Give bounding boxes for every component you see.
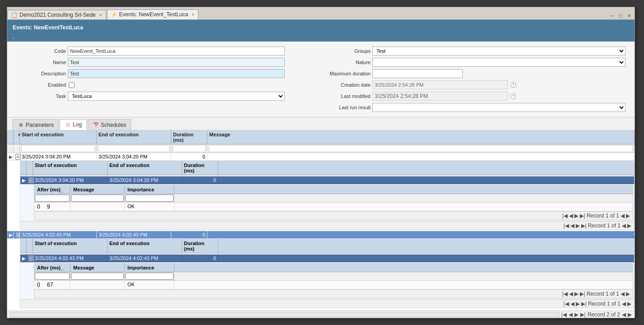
minimize-button[interactable]: − xyxy=(609,12,616,19)
msg-filter-msg-1[interactable] xyxy=(71,195,124,202)
description-input[interactable] xyxy=(68,69,285,78)
groups-select[interactable]: Test xyxy=(372,46,625,56)
creation-date-value: 3/25/2024 2:54:28 PM xyxy=(372,80,508,89)
mh1-imp: Importance xyxy=(125,186,174,194)
msg-filter-after-2[interactable] xyxy=(35,273,70,280)
nh2-dur: Duration (ms) xyxy=(182,239,218,253)
collapse-btn-2[interactable]: − xyxy=(14,231,20,238)
nested-data-row-1[interactable]: ▶ − 3/25/2024 3:04:20 PM 3/25/2024 3:04:… xyxy=(20,176,634,184)
pg-nav2[interactable]: ▶ xyxy=(626,213,630,219)
msg-filter-msg-2[interactable] xyxy=(71,273,124,280)
table-row[interactable]: ▶ − 3/25/2024 4:02:43 PM 3/25/2024 4:02:… xyxy=(7,231,635,239)
pg-next-2[interactable]: ▶ xyxy=(574,291,578,297)
collapse-btn-1[interactable]: − xyxy=(14,153,20,160)
nature-row: Nature xyxy=(321,57,625,67)
last-modified-clock-icon[interactable]: 🕐 xyxy=(510,93,517,99)
npg-last-2[interactable]: ▶| xyxy=(581,301,587,307)
tab-schedules[interactable]: 📅 Schedules xyxy=(88,119,131,130)
pg-last-2[interactable]: ▶| xyxy=(580,291,585,297)
name-input[interactable] xyxy=(68,58,285,67)
task-select[interactable]: TestLuca xyxy=(68,92,285,101)
ndr2-collapse[interactable]: − xyxy=(27,255,33,262)
tab-events-new[interactable]: ⚡ Events: NewEvent_TestLuca × xyxy=(107,9,199,19)
maximize-button[interactable]: □ xyxy=(617,12,624,19)
creation-date-clock-icon[interactable]: 🕐 xyxy=(510,82,517,88)
tab-label-2: Events: NewEvent_TestLuca xyxy=(119,11,188,18)
code-label: Code xyxy=(16,48,66,54)
page-title: Events: NewEventTestLuca xyxy=(7,20,635,34)
npg-next-2[interactable]: ▶ xyxy=(576,301,580,307)
expand-btn-2[interactable]: ▶ xyxy=(7,231,14,238)
nested-data-row-2[interactable]: ▶ − 3/25/2024 4:02:43 PM 3/25/2024 4:02:… xyxy=(20,255,634,262)
outer-pagination-bar: |◀ ◀ ▶ ▶| Record 2 of 2 ◀ ▶ xyxy=(7,311,635,318)
nh1-end: End of execution xyxy=(108,161,182,175)
pg-nav3[interactable]: ◀ xyxy=(620,291,625,297)
pg-next-1[interactable]: ▶ xyxy=(574,213,578,219)
pg-prev-1[interactable]: ◀ xyxy=(569,213,573,219)
filter-start-input[interactable] xyxy=(21,145,95,152)
nested-pagination-1: |◀ ◀ ▶ ▶| Record 1 of 1 ◀ ▶ xyxy=(20,221,634,230)
header-message[interactable]: Message xyxy=(207,130,635,144)
tab-events-demo[interactable]: 📋 Demo2021 Consulting Srl-Sede × xyxy=(7,10,106,19)
npg-prev-2[interactable]: ◀ xyxy=(570,301,574,307)
tab-parameters[interactable]: ⊞ Parameters xyxy=(13,119,59,130)
enabled-checkbox[interactable] xyxy=(69,82,75,88)
opg-nav1[interactable]: ◀ xyxy=(622,311,626,318)
ndr1-collapse[interactable]: − xyxy=(27,176,33,184)
log-container[interactable]: ▼ Start of execution End of execution Du… xyxy=(7,130,635,311)
opg-last[interactable]: ▶| xyxy=(580,311,586,318)
tab-log[interactable]: ☑ Log xyxy=(60,119,87,130)
filter-cell-start xyxy=(20,144,97,153)
pg-first-2[interactable]: |◀ xyxy=(562,291,568,297)
npg-last-1[interactable]: ▶| xyxy=(581,223,587,229)
opg-next[interactable]: ▶ xyxy=(574,311,578,318)
npg-first-2[interactable]: |◀ xyxy=(564,301,569,307)
description-row: Description xyxy=(16,69,321,79)
filter-end-input[interactable] xyxy=(98,145,169,152)
npg-nav4[interactable]: ▶ xyxy=(627,301,631,307)
ndr2-expand[interactable]: ▶ xyxy=(20,255,27,262)
last-run-result-select[interactable] xyxy=(372,103,625,112)
opg-prev[interactable]: ◀ xyxy=(569,311,573,318)
table-row[interactable]: ▶ − 3/25/2024 3:04:20 PM 3/25/2024 3:04:… xyxy=(7,153,635,161)
npg-nav3[interactable]: ◀ xyxy=(622,301,626,307)
npg-next-1[interactable]: ▶ xyxy=(576,223,580,229)
pg-nav1[interactable]: ◀ xyxy=(620,213,625,219)
code-input[interactable] xyxy=(68,46,285,56)
max-duration-row: Maximum duration xyxy=(321,69,625,79)
header-duration[interactable]: Duration (ms) xyxy=(171,130,207,144)
nf2-c xyxy=(27,253,33,254)
npg-nav2[interactable]: ▶ xyxy=(627,223,631,229)
max-duration-input[interactable] xyxy=(372,69,463,78)
msg-filter-imp-2[interactable] xyxy=(125,273,174,280)
schedules-icon: 📅 xyxy=(93,122,99,128)
tab-icon-2: ⚡ xyxy=(111,12,118,18)
header-end[interactable]: End of execution xyxy=(97,130,171,144)
msg-data-row-2[interactable]: 0 67 OK xyxy=(34,281,633,289)
opg-nav2[interactable]: ▶ xyxy=(628,311,632,318)
tab-close-1[interactable]: × xyxy=(99,13,102,18)
pg-prev-2[interactable]: ◀ xyxy=(569,291,573,297)
npg-first-1[interactable]: |◀ xyxy=(564,223,569,229)
pg-last-1[interactable]: ▶| xyxy=(580,213,585,219)
nature-select[interactable] xyxy=(372,58,625,67)
tab-close-2[interactable]: × xyxy=(192,12,194,17)
npg-prev-1[interactable]: ◀ xyxy=(570,223,574,229)
pg-nav4[interactable]: ▶ xyxy=(626,291,630,297)
npg-text-2: Record 1 of 1 xyxy=(588,301,620,307)
npg-nav1[interactable]: ◀ xyxy=(622,223,626,229)
msg-filter-after-1[interactable] xyxy=(35,195,70,202)
expand-btn-1[interactable]: ▶ xyxy=(7,153,14,160)
msg-filter-imp-1[interactable] xyxy=(125,195,174,202)
ndr1-expand[interactable]: ▶ xyxy=(20,176,27,184)
pg-first-1[interactable]: |◀ xyxy=(562,213,568,219)
msg-data-row-1[interactable]: 0 9 OK xyxy=(34,203,633,211)
filter-message-input[interactable] xyxy=(209,145,633,152)
mf1-a xyxy=(34,194,71,202)
rec1-end: 3/25/2024 3:04:20 PM xyxy=(97,153,171,160)
header-start[interactable]: Start of execution xyxy=(20,130,97,144)
filter-duration-input[interactable] xyxy=(173,145,206,152)
opg-first[interactable]: |◀ xyxy=(561,311,567,318)
name-label: Name xyxy=(16,60,66,65)
close-button[interactable]: × xyxy=(626,12,633,19)
